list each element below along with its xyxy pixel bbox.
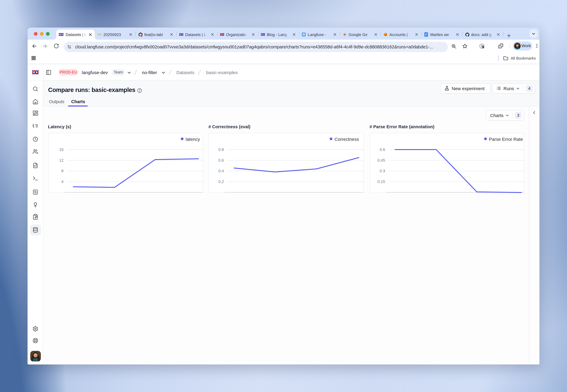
svg-text:0.15: 0.15 xyxy=(377,179,385,184)
svg-text:8: 8 xyxy=(61,169,63,173)
svg-text:6: 6 xyxy=(303,33,304,36)
svg-text:CO: CO xyxy=(98,33,101,36)
svg-text:Correctness: Correctness xyxy=(335,137,359,142)
svg-text:0.2: 0.2 xyxy=(218,179,224,184)
svg-text:0.8: 0.8 xyxy=(218,147,224,152)
svg-text:Parse Error Rate: Parse Error Rate xyxy=(489,137,523,142)
svg-text:16: 16 xyxy=(59,147,63,152)
svg-text:0.6: 0.6 xyxy=(218,158,224,163)
svg-text:0.3: 0.3 xyxy=(380,169,385,173)
svg-text:latency: latency xyxy=(185,137,200,142)
svg-text:0.4: 0.4 xyxy=(218,169,224,173)
svg-text:4: 4 xyxy=(61,179,63,184)
svg-text:12: 12 xyxy=(59,158,63,163)
svg-text:0.6: 0.6 xyxy=(380,147,385,152)
svg-text:0.45: 0.45 xyxy=(377,158,385,163)
